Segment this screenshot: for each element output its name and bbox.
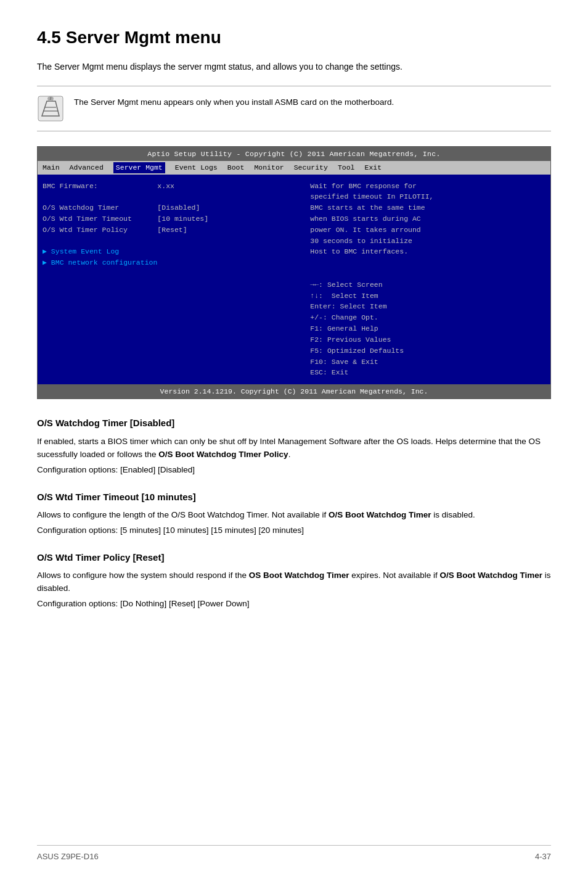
bios-left-text: BMC Firmware: x.xx O/S Watchdog Timer [D… bbox=[43, 181, 298, 269]
footer-product: ASUS Z9PE-D16 bbox=[37, 851, 99, 863]
note-icon: i bbox=[37, 95, 64, 122]
bios-help-text: Wait for BMC response for specified time… bbox=[310, 181, 545, 379]
note-box: i The Server Mgmt menu appears only when… bbox=[37, 86, 551, 131]
menu-boot[interactable]: Boot bbox=[227, 162, 245, 173]
bios-terminal: Aptio Setup Utility - Copyright (C) 2011… bbox=[37, 146, 551, 399]
bios-titlebar: Aptio Setup Utility - Copyright (C) 2011… bbox=[38, 147, 550, 161]
menu-tool[interactable]: Tool bbox=[338, 162, 355, 173]
footer-page-number: 4-37 bbox=[535, 851, 551, 863]
section-config-watchdog: Configuration options: [Enabled] [Disabl… bbox=[37, 464, 551, 477]
section-body-watchdog: If enabled, starts a BIOS timer which ca… bbox=[37, 435, 551, 461]
intro-text: The Server Mgmt menu displays the server… bbox=[37, 60, 551, 73]
menu-advanced[interactable]: Advanced bbox=[70, 162, 104, 173]
menu-monitor[interactable]: Monitor bbox=[254, 162, 284, 173]
bold-policy-timer1: OS Boot Watchdog Timer bbox=[249, 571, 349, 580]
menu-main[interactable]: Main bbox=[43, 162, 60, 173]
page-footer: ASUS Z9PE-D16 4-37 bbox=[37, 845, 551, 863]
bios-left-panel: BMC Firmware: x.xx O/S Watchdog Timer [D… bbox=[43, 181, 304, 379]
bios-footer: Version 2.14.1219. Copyright (C) 2011 Am… bbox=[38, 384, 550, 398]
section-title-policy: O/S Wtd Timer Policy [Reset] bbox=[37, 551, 551, 565]
section-config-timeout: Configuration options: [5 minutes] [10 m… bbox=[37, 524, 551, 537]
note-text: The Server Mgmt menu appears only when y… bbox=[74, 95, 394, 109]
bold-watchdog-policy: O/S Boot Watchdog TImer Policy bbox=[158, 450, 288, 459]
section-title-timeout: O/S Wtd Timer Timeout [10 minutes] bbox=[37, 490, 551, 505]
section-config-policy: Configuration options: [Do Nothing] [Res… bbox=[37, 598, 551, 611]
section-title-watchdog: O/S Watchdog Timer [Disabled] bbox=[37, 416, 551, 431]
section-body-timeout: Allows to configure the length of the O/… bbox=[37, 509, 551, 522]
section-body-policy: Allows to configure how the system shoul… bbox=[37, 569, 551, 595]
menu-server-mgmt[interactable]: Server Mgmt bbox=[113, 162, 165, 173]
bios-menubar: Main Advanced Server Mgmt Event Logs Boo… bbox=[38, 161, 550, 174]
menu-security[interactable]: Security bbox=[294, 162, 328, 173]
bold-timeout-timer: O/S Boot Watchdog Timer bbox=[329, 510, 431, 519]
bios-content: BMC Firmware: x.xx O/S Watchdog Timer [D… bbox=[38, 175, 550, 385]
menu-event-logs[interactable]: Event Logs bbox=[175, 162, 218, 173]
menu-exit[interactable]: Exit bbox=[365, 162, 382, 173]
bold-policy-timer2: O/S Boot Watchdog Timer bbox=[440, 571, 543, 580]
page-title: 4.5 Server Mgmt menu bbox=[37, 25, 551, 51]
bios-right-panel: Wait for BMC response for specified time… bbox=[304, 181, 545, 379]
